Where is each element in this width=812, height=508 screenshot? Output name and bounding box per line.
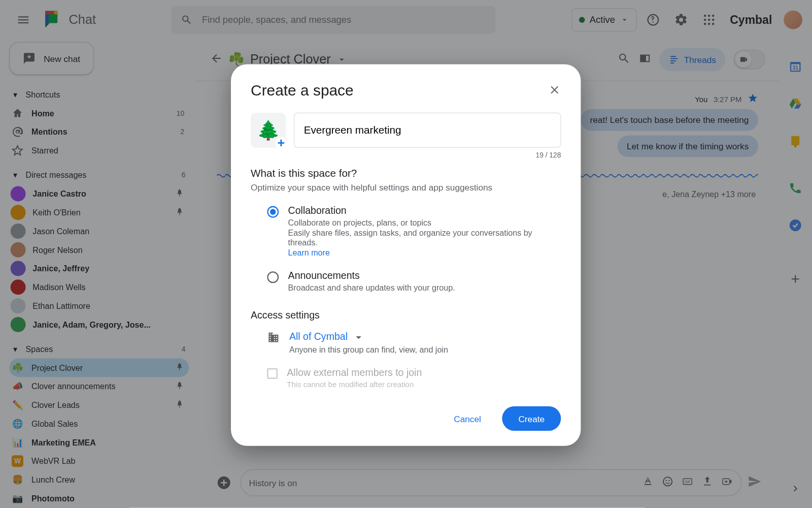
- access-section-title: Access settings: [251, 310, 561, 322]
- purpose-question: What is this space for?: [251, 168, 561, 180]
- emoji-picker[interactable]: 🌲 +: [251, 113, 286, 148]
- external-desc: This cannot be modified after creation: [287, 380, 422, 389]
- cancel-button[interactable]: Cancel: [447, 408, 488, 430]
- dialog-title: Create a space: [251, 82, 354, 100]
- chevron-down-icon: [352, 331, 365, 343]
- domain-icon: [267, 331, 280, 343]
- purpose-subtitle: Optimize your space with helpful setting…: [251, 182, 561, 192]
- modal-overlay[interactable]: Create a space 🌲 + 19 / 128 What is this…: [0, 0, 811, 508]
- opt-collab-desc1: Collaborate on projects, plans, or topic…: [288, 218, 561, 227]
- selected-emoji: 🌲: [257, 119, 280, 141]
- option-collaboration[interactable]: Collaboration Collaborate on projects, p…: [251, 205, 561, 257]
- external-title: Allow external members to join: [287, 367, 422, 379]
- opt-collab-desc2: Easily share files, assign tasks, and or…: [288, 228, 561, 247]
- access-dropdown[interactable]: All of Cymbal: [289, 330, 448, 344]
- opt-collab-title: Collaboration: [288, 205, 561, 216]
- radio-announcements[interactable]: [267, 271, 279, 283]
- opt-announce-title: Announcements: [288, 270, 455, 282]
- learn-more-link[interactable]: Learn more: [288, 248, 561, 257]
- create-button[interactable]: Create: [502, 406, 561, 431]
- space-name-input[interactable]: [294, 113, 561, 148]
- char-counter: 19 / 128: [251, 151, 561, 160]
- create-space-dialog: Create a space 🌲 + 19 / 128 What is this…: [231, 64, 581, 446]
- opt-announce-desc: Broadcast and share updates with your gr…: [288, 283, 455, 292]
- external-checkbox: [267, 368, 278, 379]
- close-icon[interactable]: [548, 83, 561, 99]
- plus-icon: +: [275, 137, 287, 149]
- access-desc: Anyone in this group can find, view, and…: [289, 345, 448, 354]
- option-announcements[interactable]: Announcements Broadcast and share update…: [251, 270, 561, 293]
- radio-collaboration[interactable]: [267, 206, 279, 218]
